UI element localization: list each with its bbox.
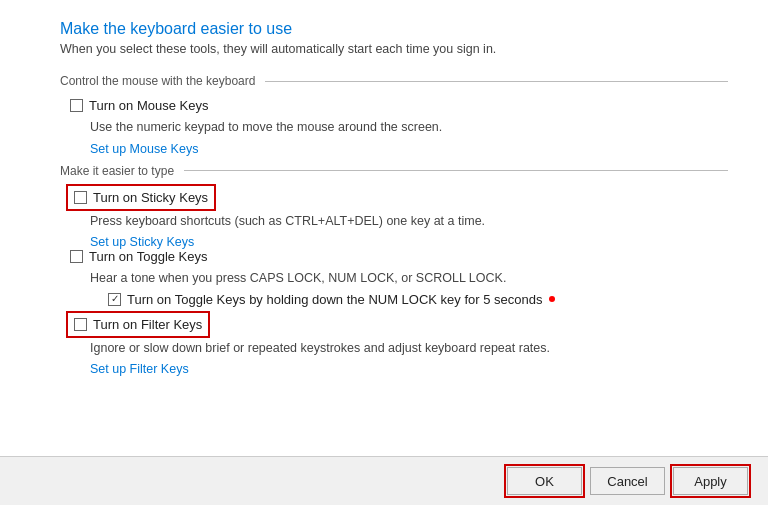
section-easier-type: Make it easier to type Turn on Sticky Ke… — [60, 164, 728, 377]
cancel-button[interactable]: Cancel — [590, 467, 665, 495]
sticky-keys-checkbox[interactable] — [74, 191, 87, 204]
bottom-bar: OK Cancel Apply — [0, 456, 768, 505]
filter-keys-label: Turn on Filter Keys — [93, 317, 202, 332]
sticky-keys-label: Turn on Sticky Keys — [93, 190, 208, 205]
page-title: Make the keyboard easier to use — [60, 20, 728, 38]
section-label-mouse: Control the mouse with the keyboard — [60, 74, 255, 88]
toggle-keys-description: Hear a tone when you press CAPS LOCK, NU… — [90, 270, 728, 288]
setup-sticky-keys-link[interactable]: Set up Sticky Keys — [90, 235, 194, 249]
ok-button[interactable]: OK — [507, 467, 582, 495]
mouse-keys-label: Turn on Mouse Keys — [89, 98, 208, 113]
main-content: Make the keyboard easier to use When you… — [0, 0, 768, 456]
sticky-keys-row: Turn on Sticky Keys — [70, 188, 212, 207]
toggle-keys-row: Turn on Toggle Keys — [70, 249, 728, 264]
section-mouse-keys: Control the mouse with the keyboard Turn… — [60, 74, 728, 156]
setup-mouse-keys-link[interactable]: Set up Mouse Keys — [90, 142, 198, 156]
filter-keys-description: Ignore or slow down brief or repeated ke… — [90, 340, 728, 358]
divider-line — [265, 81, 728, 82]
section-label-type: Make it easier to type — [60, 164, 174, 178]
divider-line-2 — [184, 170, 728, 171]
section-divider-type: Make it easier to type — [60, 164, 728, 178]
mouse-keys-checkbox[interactable] — [70, 99, 83, 112]
toggle-keys-checkbox[interactable] — [70, 250, 83, 263]
page-subtitle: When you select these tools, they will a… — [60, 42, 728, 56]
toggle-numlock-label: Turn on Toggle Keys by holding down the … — [127, 292, 543, 307]
filter-keys-checkbox[interactable] — [74, 318, 87, 331]
toggle-numlock-checkbox[interactable] — [108, 293, 121, 306]
sticky-keys-description: Press keyboard shortcuts (such as CTRL+A… — [90, 213, 728, 231]
setup-filter-keys-link[interactable]: Set up Filter Keys — [90, 362, 189, 376]
toggle-keys-label: Turn on Toggle Keys — [89, 249, 208, 264]
section-divider-mouse: Control the mouse with the keyboard — [60, 74, 728, 88]
mouse-keys-row: Turn on Mouse Keys — [70, 98, 728, 113]
toggle-numlock-row: Turn on Toggle Keys by holding down the … — [108, 292, 728, 307]
apply-button[interactable]: Apply — [673, 467, 748, 495]
mouse-keys-description: Use the numeric keypad to move the mouse… — [90, 119, 728, 137]
filter-keys-row: Turn on Filter Keys — [70, 315, 206, 334]
red-dot-indicator — [549, 296, 555, 302]
